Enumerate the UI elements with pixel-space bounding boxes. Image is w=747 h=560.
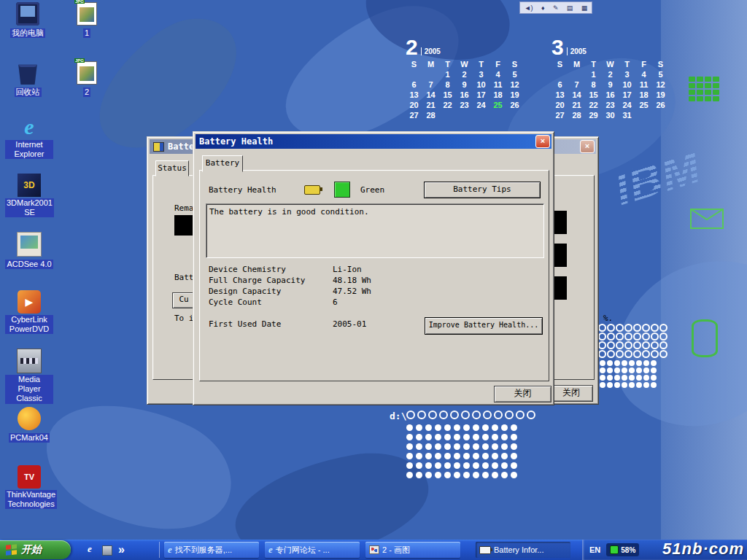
computer-icon (16, 2, 39, 26)
quicklaunch-ie-icon[interactable]: e (88, 543, 92, 555)
keyboard-icon[interactable]: ▦ (581, 4, 588, 12)
battery-icon (304, 185, 320, 195)
desktop-icon-powerdvd[interactable]: ▶ CyberLink PowerDVD (5, 290, 53, 335)
icon-label: Internet Explorer (5, 140, 53, 159)
icon-label: Media Player Classic (5, 375, 53, 404)
icon-label: 2 (83, 88, 90, 97)
desktop-icon-jpg-2[interactable]: JPG 2 (63, 61, 111, 98)
dot-row-rings (406, 411, 535, 419)
desktop-icon-internet-explorer[interactable]: e Internet Explorer (5, 115, 53, 160)
icon-label: ThinkVantage Technologies (5, 490, 57, 509)
detail-label: Device Chemistry (209, 265, 286, 274)
calendar-month: 2 (406, 38, 418, 57)
dialog-title: Battery Health (199, 136, 273, 147)
dialog-titlebar[interactable]: Battery Health × (196, 134, 551, 149)
desktop-icon-media-player-classic[interactable]: Media Player Classic (5, 349, 53, 404)
detail-label: Full Charge Capacity (209, 276, 305, 285)
calendar-year: 2005 (567, 47, 587, 55)
calendar-year: 2005 (421, 47, 441, 55)
display-icon[interactable]: ▤ (567, 4, 573, 12)
desktop-icon-recycle-bin[interactable]: 回收站 (4, 61, 52, 98)
paint-icon (369, 545, 379, 554)
dot-pattern-filled (600, 360, 657, 388)
watermark: 51nb·com (662, 540, 744, 559)
task-button-paint[interactable]: 2 - 画图 (365, 542, 460, 558)
icon-label: 3DMark2001 SE (5, 198, 54, 217)
calendar-february: 2 2005 SMTWTFS12345678910111213141516171… (406, 38, 523, 120)
note-fragment: To i (174, 314, 194, 323)
health-status-indicator (334, 182, 350, 198)
task-button-server[interactable]: e 找不到服务器,... (164, 542, 259, 558)
tray-battery-indicator[interactable]: 58% (606, 543, 639, 556)
start-label: 开始 (21, 543, 42, 556)
dot-pattern-rings (598, 324, 667, 358)
calendar-grid: SMTWTFS123456789101112131415161718192021… (551, 60, 669, 120)
desktop-icon-jpg-1[interactable]: JPG 1 (63, 2, 111, 39)
icon-label: CyberLink PowerDVD (5, 315, 53, 334)
task-label: 专门网论坛 - ... (276, 545, 330, 556)
jpg-badge: JPG (74, 0, 85, 4)
taskbar-separator (159, 542, 160, 558)
desktop-icon-acdsee[interactable]: ACDSee 4.0 (5, 232, 53, 270)
desktop-icon-pcmark[interactable]: PCMark04 (5, 407, 53, 443)
jpg-badge: JPG (74, 58, 85, 63)
tab-status[interactable]: Status (155, 160, 189, 176)
pen-icon[interactable]: ✎ (553, 4, 559, 12)
detail-value: 47.52 Wh (333, 287, 371, 296)
window-title: Batte (168, 141, 194, 152)
task-label: 2 - 画图 (382, 545, 410, 556)
dot-grid-filled (406, 424, 517, 478)
close-button[interactable]: 关闭 (494, 386, 551, 402)
taskbar: 开始 e » e 找不到服务器,... e 专门网论坛 - ... 2 - 画图… (0, 540, 747, 560)
window-icon (153, 142, 164, 152)
task-button-battery-information[interactable]: Battery Infor... (476, 542, 570, 558)
battery-icon (479, 546, 491, 554)
internet-explorer-icon: e (18, 115, 41, 139)
improve-battery-health-button[interactable]: Improve Battery Health... (425, 317, 543, 335)
task-button-forum[interactable]: e 专门网论坛 - ... (265, 542, 360, 558)
first-used-value: 2005-01 (333, 319, 366, 329)
jpg-file-icon: JPG (77, 61, 97, 85)
quicklaunch-chevron-icon[interactable]: » (118, 543, 125, 556)
battery-health-dialog: Battery Health × Battery Battery Health … (193, 131, 554, 405)
gauge-box (174, 215, 195, 236)
detail-label: Cycle Count (209, 298, 262, 307)
top-tray[interactable]: ◄) ♦ ✎ ▤ ▦ (519, 1, 592, 14)
close-button[interactable]: 关闭 (549, 385, 593, 402)
desktop: 2 2005 SMTWTFS12345678910111213141516171… (0, 0, 747, 560)
detail-value: Li-Ion (333, 265, 362, 274)
speaker-icon[interactable]: ◄) (525, 4, 533, 12)
drive-label: d:\ (390, 411, 406, 421)
recycle-bin-icon (16, 61, 39, 85)
desktop-icon-thinkvantage[interactable]: TV ThinkVantage Technologies (5, 465, 53, 510)
detail-label: Design Capacity (209, 287, 281, 296)
calendar-march: 3 2005 SMTWTFS12345678910111213141516171… (551, 38, 669, 120)
pcmark-icon (18, 407, 41, 430)
battery-tips-button[interactable]: Battery Tips (424, 182, 541, 198)
quicklaunch-media-icon[interactable] (102, 545, 112, 556)
tab-battery[interactable]: Battery (202, 155, 243, 172)
acdsee-icon (17, 232, 42, 257)
icon-label: 我的电脑 (10, 28, 45, 38)
start-button[interactable]: 开始 (0, 540, 71, 559)
ie-icon: e (268, 544, 273, 556)
battery-percent: 58% (621, 546, 635, 554)
thinkvantage-icon: TV (18, 465, 41, 489)
powerdvd-icon: ▶ (18, 290, 41, 314)
desktop-icon-3dmark[interactable]: 3D 3DMark2001 SE (5, 174, 53, 218)
envelope-icon (690, 209, 724, 232)
windows-flag-icon (6, 544, 18, 556)
desktop-icon-my-computer[interactable]: 我的电脑 (4, 2, 52, 39)
language-indicator[interactable]: EN (589, 545, 600, 554)
close-icon[interactable]: × (535, 135, 550, 148)
media-player-icon (17, 349, 42, 373)
mic-icon[interactable]: ♦ (541, 4, 545, 12)
close-icon[interactable]: × (580, 140, 595, 153)
3dmark-icon: 3D (18, 174, 41, 197)
battery-cell-icon (610, 545, 619, 554)
condition-text: The battery is in good condition. (209, 207, 369, 217)
ie-icon: e (168, 544, 172, 556)
task-label: Battery Infor... (494, 545, 543, 554)
battery-health-label: Battery Health (209, 185, 276, 195)
icon-label: PCMark04 (9, 433, 50, 443)
